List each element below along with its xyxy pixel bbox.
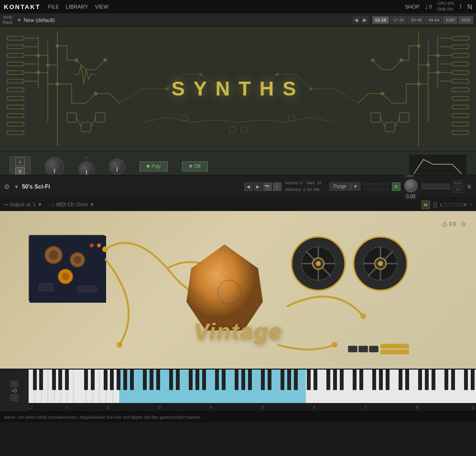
midi-dropdown[interactable]: ▼ xyxy=(90,202,95,207)
output-icon: ↪ xyxy=(4,202,8,207)
close-button[interactable]: ✕ xyxy=(466,183,472,191)
dropdown-arrow: ▼ xyxy=(17,17,22,23)
vintage-title: Vintage xyxy=(194,318,282,345)
svg-point-110 xyxy=(316,261,321,266)
svg-point-62 xyxy=(381,92,384,95)
purge-button[interactable]: Purge xyxy=(329,182,351,191)
range-01-16[interactable]: 01-16 xyxy=(372,16,389,24)
pitch-down[interactable]: - xyxy=(11,394,18,401)
inst-nav-prev[interactable]: ◀ xyxy=(244,182,253,191)
inst-nav-next[interactable]: ▶ xyxy=(254,182,262,191)
inst-camera[interactable]: 📷 xyxy=(263,182,272,191)
piano-keys-area[interactable] xyxy=(29,370,476,403)
inst-info[interactable]: i xyxy=(273,182,281,191)
svg-point-28 xyxy=(94,92,97,95)
top-menu-bar: KONTAKT FILE LIBRARY VIEW SHOP ♩ 0 CPU 0… xyxy=(0,0,476,13)
gear-icon[interactable]: ⚙ xyxy=(460,221,466,228)
range-49-64[interactable]: 49-64 xyxy=(425,16,442,24)
svg-rect-63 xyxy=(400,113,409,122)
py-button[interactable]: PY xyxy=(452,187,465,193)
level-meters xyxy=(364,183,388,190)
right-section: SHOP ♩ 0 CPU 0% Disk 0% ! N xyxy=(405,1,472,12)
chord-button[interactable]: Off xyxy=(182,161,207,171)
svg-rect-72 xyxy=(182,115,187,121)
svg-rect-73 xyxy=(289,115,294,121)
svg-rect-76 xyxy=(409,155,466,175)
ab-toggle[interactable]: A B xyxy=(10,156,31,175)
menu-items: FILE LIBRARY VIEW xyxy=(48,4,108,10)
range-33-48[interactable]: 33-48 xyxy=(408,16,424,24)
nav-prev[interactable]: ◀ xyxy=(352,16,360,24)
svg-rect-145 xyxy=(91,370,95,390)
svg-rect-180 xyxy=(405,370,409,390)
range-ksp[interactable]: KSP xyxy=(443,16,457,24)
fx-power[interactable]: ⏻ FX xyxy=(442,221,456,228)
svg-line-32 xyxy=(76,117,81,127)
svg-point-60 xyxy=(400,59,403,62)
purge-dropdown[interactable]: ▼ xyxy=(351,182,360,191)
m-button[interactable]: M xyxy=(422,201,430,209)
menu-view[interactable]: VIEW xyxy=(95,4,108,10)
svg-rect-65 xyxy=(371,113,380,122)
dropdown-arrow: ▼ xyxy=(14,184,19,190)
svg-point-80 xyxy=(49,250,58,260)
aux-button[interactable]: AUX xyxy=(452,180,465,186)
svg-line-66 xyxy=(395,117,400,127)
right-settings: M L R + xyxy=(422,201,472,209)
shop-button[interactable]: SHOP xyxy=(405,4,420,10)
tune-value: 0.00 xyxy=(404,193,418,200)
glide-group: Glide xyxy=(109,159,125,175)
vintage-area: ⏻ FX ⚙ xyxy=(0,211,476,369)
instrument-name[interactable]: 50's Sci-Fi xyxy=(22,183,50,190)
glide-knob[interactable] xyxy=(109,159,125,175)
svg-rect-173 xyxy=(340,370,344,390)
play-mode-label: Play Mode xyxy=(142,174,165,175)
plus-button[interactable]: + xyxy=(469,202,472,207)
nav-next[interactable]: ▶ xyxy=(361,16,368,24)
range-17-32[interactable]: 17-32 xyxy=(390,16,407,24)
piano-keys-svg[interactable] xyxy=(29,370,476,403)
svg-point-82 xyxy=(74,256,81,264)
svg-rect-176 xyxy=(372,370,376,390)
svg-rect-156 xyxy=(189,370,193,390)
tape-reel-right xyxy=(352,235,409,292)
instrument-nav: ◀ ▶ 📷 i xyxy=(244,182,281,191)
settings-icon[interactable]: ⚙ xyxy=(4,183,10,191)
s-button[interactable]: S xyxy=(392,182,400,191)
svg-rect-140 xyxy=(39,370,43,390)
svg-rect-161 xyxy=(235,370,238,390)
cutoff-knob[interactable] xyxy=(78,161,95,175)
svg-point-87 xyxy=(90,244,94,247)
synths-area: SYNTHS A B A / B Sound + Cutoff xyxy=(0,27,476,175)
svg-rect-34 xyxy=(452,36,469,40)
output-dropdown[interactable]: ▼ xyxy=(37,202,42,207)
range-aux[interactable]: AUX xyxy=(458,16,473,24)
tuning-knob[interactable] xyxy=(404,179,418,192)
svg-point-84 xyxy=(62,273,69,280)
play-mode-button[interactable]: Poly xyxy=(140,161,168,171)
svg-rect-74 xyxy=(229,127,235,133)
sound-group: Sound xyxy=(45,157,64,175)
svg-rect-162 xyxy=(241,370,245,390)
svg-rect-157 xyxy=(195,370,199,390)
svg-rect-153 xyxy=(156,370,160,390)
svg-rect-138 xyxy=(119,370,306,403)
svg-rect-4 xyxy=(7,71,24,74)
svg-rect-178 xyxy=(386,370,389,390)
circuit-board-svg xyxy=(30,236,106,303)
svg-rect-150 xyxy=(130,370,134,390)
svg-line-67 xyxy=(380,117,385,127)
pitch-display: +0 xyxy=(11,388,17,393)
menu-library[interactable]: LIBRARY xyxy=(66,4,88,10)
instrument-name-section: ▼ 50's Sci-Fi xyxy=(14,183,244,190)
piano-num-7: 6 xyxy=(289,405,340,410)
piano-num-8: 7 xyxy=(340,405,391,410)
midi-icon: ♪ xyxy=(52,202,54,207)
svg-rect-141 xyxy=(52,370,56,390)
svg-rect-147 xyxy=(110,370,114,390)
range-buttons: 01-16 17-32 33-48 49-64 KSP AUX xyxy=(372,16,473,24)
pitch-up[interactable]: + xyxy=(11,381,18,387)
sound-knob[interactable] xyxy=(45,157,64,175)
tab-name[interactable]: New (default) xyxy=(23,17,352,23)
menu-file[interactable]: FILE xyxy=(48,4,59,10)
